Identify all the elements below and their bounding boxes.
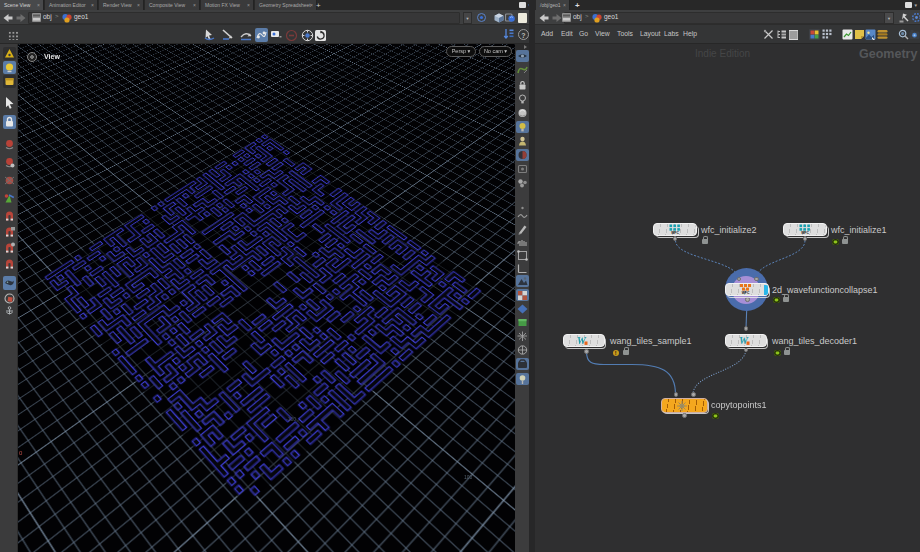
svg-text:WFC: WFC bbox=[671, 231, 679, 235]
svg-text:WFC: WFC bbox=[801, 231, 809, 235]
svg-text:WFC: WFC bbox=[742, 291, 750, 295]
